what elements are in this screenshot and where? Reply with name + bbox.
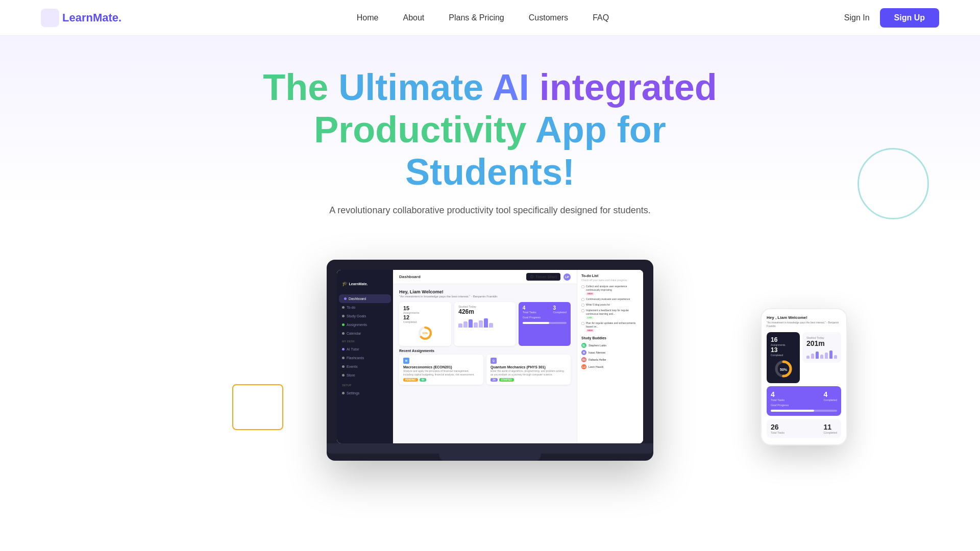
timer-start-button[interactable]: ⏱ Timer Start [526, 273, 560, 281]
assign-badges-macro: PENDING 4H [403, 378, 479, 382]
assign-card-quantum: Q Quantum Mechanics (PHYS 301) Enter the… [486, 355, 571, 385]
phone-study-card: Studied Today 201m [802, 332, 841, 363]
phone-completed-tasks-label: Completed [823, 431, 837, 434]
donut-chart: 63% [418, 325, 433, 341]
sidebar-item-calendar[interactable]: Calendar [337, 329, 393, 338]
completed-num: 12 [403, 314, 447, 320]
buddy-leon: LH Leon Hauck [581, 364, 639, 369]
buddy-name-leon: Leon Hauck [589, 365, 603, 368]
flashcards-icon [342, 357, 345, 359]
todo-text-5: Plan for regular updates and enhancement… [586, 321, 639, 332]
todo-check-5[interactable] [581, 322, 584, 325]
sidebar-item-flashcards[interactable]: Flashcards [337, 354, 393, 362]
donut-pct: 63% [423, 332, 428, 335]
hero-subtitle: A revolutionary collaborative productivi… [329, 205, 650, 216]
todo-check-2[interactable] [581, 298, 584, 301]
phone-assignments-label: Assignments [771, 343, 796, 346]
buddy-name-isaac: Isaac Nienow [589, 351, 605, 354]
sidebar-item-aitutor[interactable]: AI Tutor [337, 345, 393, 354]
phone-assignments-num: 16 [771, 336, 796, 343]
todo-item-4: Implement a feedback loop for regular co… [581, 309, 639, 319]
nav-faq[interactable]: FAQ [593, 13, 609, 22]
sidebar-item-events[interactable]: Events [337, 362, 393, 371]
todo-panel-sub: Check off your tasks and make progress [581, 279, 639, 282]
navbar: 🎓 LearnMate. Home About Plans & Pricing … [0, 0, 980, 36]
completed-label: Completed [403, 320, 447, 323]
title-word-integrated: integrated [540, 67, 717, 108]
assign-cards: M Macroeconomics (ECON201) Analyze and a… [399, 355, 571, 385]
aitutor-icon [342, 348, 345, 350]
brand-logo[interactable]: 🎓 LearnMate. [41, 9, 121, 27]
title-word-app-for: App for [535, 109, 666, 150]
assignments-icon [342, 323, 345, 326]
sidebar-item-dashboard[interactable]: Dashboard [339, 294, 391, 303]
todo-item-5: Plan for regular updates and enhancement… [581, 321, 639, 332]
progress-bar-fill [523, 322, 549, 324]
assignments-num: 15 [403, 305, 447, 311]
phone-prog-completed: 4 [823, 390, 837, 398]
quote-text: "An investment in knowledge pays the bes… [399, 295, 571, 298]
phone-progress-card: 4 Total Tasks 4 Completed Goal Progress [767, 386, 841, 416]
assign-tag-macro: M [403, 358, 409, 364]
nav-home[interactable]: Home [357, 13, 379, 22]
completed-card-num: 3 [553, 305, 567, 311]
hero-section: The Ultimate AI integrated Productivity … [0, 36, 980, 461]
nav-plans[interactable]: Plans & Pricing [449, 13, 504, 22]
decorative-circle [857, 148, 929, 219]
assignments-section-title: Recent Assignments [399, 349, 571, 353]
todo-check-1[interactable] [581, 285, 584, 288]
badge-pending: PENDING [403, 378, 418, 382]
nav-about[interactable]: About [403, 13, 424, 22]
progress-bar-bg [523, 322, 567, 324]
buddy-isaac: IN Isaac Nienow [581, 350, 639, 355]
study-buddies-title: Study Buddies [581, 336, 639, 340]
study-bar-chart [458, 317, 511, 328]
todo-check-4[interactable] [581, 309, 584, 312]
study-buddies-section: Study Buddies SL Stephen Lakin IN Isaac … [581, 336, 639, 369]
nav-customers[interactable]: Customers [529, 13, 568, 22]
signin-button[interactable]: Sign In [844, 13, 870, 22]
brand-name: LearnMate. [62, 11, 121, 24]
badge-started: STARTED [499, 378, 514, 382]
settings-icon [342, 392, 345, 394]
sidebar-item-todo[interactable]: To-do [337, 303, 393, 312]
store-icon [342, 374, 345, 377]
calendar-icon [342, 332, 345, 335]
title-word-ultimate: Ultimate [338, 67, 483, 108]
sidebar-item-store[interactable]: Store [337, 371, 393, 380]
buddy-name-rafaela: Rafaela Heller [589, 358, 606, 361]
title-word-students: Students! [405, 152, 575, 192]
sidebar-item-studygoals[interactable]: Study Goals [337, 312, 393, 320]
assign-tag-quantum: Q [491, 358, 497, 364]
studied-num: 426m [458, 308, 511, 315]
events-icon [342, 365, 345, 368]
phone-welcome: Hey , Liam Welcome! [767, 315, 841, 320]
progress-card: 4 Total Tasks 3 Completed Goal Progress [519, 302, 571, 346]
todo-text-2: Continuously evaluate user experience [586, 297, 630, 301]
assign-name-macro: Macroeconomics (ECON201) [403, 365, 479, 369]
todo-text-1: Collect and analyze user experience cont… [586, 285, 639, 295]
signup-button[interactable]: Sign Up [880, 8, 939, 28]
sidebar-item-settings[interactable]: Settings [337, 389, 393, 397]
user-avatar: LP [564, 273, 571, 281]
assignments-stat-card: 15 Assignments 12 Completed 63% [399, 302, 451, 346]
assign-desc-macro: Analyze and apply the principles of fina… [403, 369, 479, 376]
phone-completed-tasks-num: 11 [823, 423, 837, 431]
phone-prog-row: 4 Total Tasks 4 Completed [771, 390, 837, 402]
sidebar-item-assignments[interactable]: Assignments [337, 320, 393, 329]
todo-check-3[interactable] [581, 304, 584, 307]
svg-rect-0 [41, 9, 59, 27]
title-word-the: The [263, 67, 328, 108]
buddy-name-stephen: Stephen Lakin [589, 344, 606, 347]
hero-title: The Ultimate AI integrated Productivity … [263, 66, 717, 193]
laptop-screen: 🎓 LearnMate. Dashboard To-do Study Goals [337, 270, 643, 443]
timer-icon: ⏱ [530, 274, 534, 279]
placeholder-card [232, 384, 283, 430]
laptop-base [327, 443, 653, 454]
phone-completed-num: 13 [771, 346, 796, 354]
todo-panel-title: To-do List [581, 274, 639, 278]
todo-item-3: Write 5 blog posts for [581, 303, 639, 307]
buddy-avatar-stephen: SL [581, 343, 586, 348]
phone-assignments-card: 16 Assignments 13 Completed 50% [767, 332, 800, 383]
topbar-title: Dashboard [399, 274, 421, 279]
